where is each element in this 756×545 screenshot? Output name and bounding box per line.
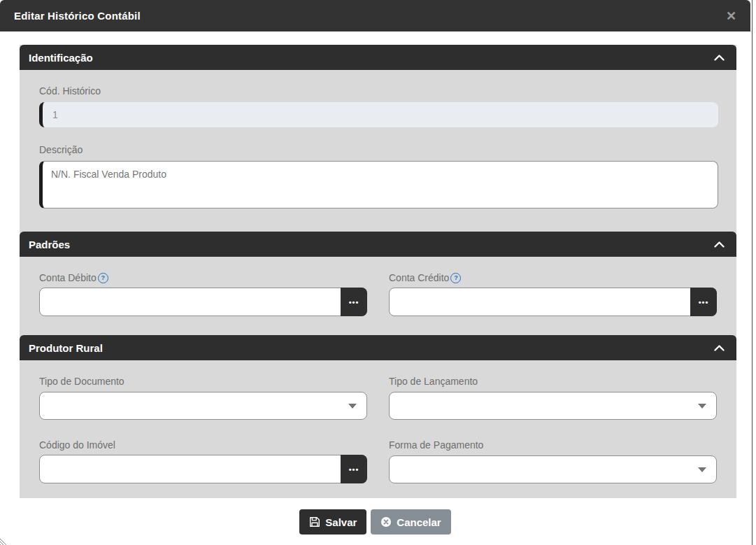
section-header-padroes[interactable]: Padrões xyxy=(20,232,736,257)
tipo-documento-field: Tipo de Documento xyxy=(39,376,367,420)
ellipsis-icon: ••• xyxy=(349,465,359,474)
conta-debito-field: Conta Débito ? ••• xyxy=(39,272,367,316)
floppy-disk-icon xyxy=(309,516,320,528)
modal-footer: Salvar Cancelar xyxy=(0,498,750,545)
tipo-lancamento-label: Tipo de Lançamento xyxy=(389,376,717,388)
conta-credito-lookup-button[interactable]: ••• xyxy=(690,288,717,316)
codigo-imovel-label: Código do Imóvel xyxy=(39,439,367,451)
conta-debito-input[interactable] xyxy=(39,288,367,316)
page-edge-line xyxy=(752,0,753,545)
modal-header: Editar Histórico Contábil ✕ xyxy=(0,0,750,31)
cod-historico-input xyxy=(39,102,718,127)
caret-down-icon xyxy=(698,404,706,409)
descricao-label: Descrição xyxy=(39,144,717,156)
tipo-documento-label: Tipo de Documento xyxy=(39,376,367,388)
modal-title: Editar Histórico Contábil xyxy=(14,10,141,22)
conta-debito-lookup-button[interactable]: ••• xyxy=(341,288,367,316)
conta-debito-label: Conta Débito ? xyxy=(39,272,367,284)
section-header-produtor-rural[interactable]: Produtor Rural xyxy=(20,335,736,360)
forma-pagamento-field: Forma de Pagamento xyxy=(389,439,717,483)
section-body-produtor-rural: Tipo de Documento Tipo de Lançamento xyxy=(20,360,736,497)
section-header-identificacao[interactable]: Identificação xyxy=(20,45,736,70)
tipo-documento-select[interactable] xyxy=(39,392,367,420)
cancel-button-label: Cancelar xyxy=(397,516,441,528)
chevron-up-icon[interactable] xyxy=(714,345,725,351)
save-button[interactable]: Salvar xyxy=(299,509,366,535)
conta-credito-label: Conta Crédito ? xyxy=(389,272,717,284)
codigo-imovel-input[interactable] xyxy=(39,455,367,483)
cancel-button[interactable]: Cancelar xyxy=(371,509,450,535)
ellipsis-icon: ••• xyxy=(699,298,709,306)
conta-credito-input[interactable] xyxy=(389,288,717,316)
tipo-lancamento-field: Tipo de Lançamento xyxy=(389,376,717,420)
chevron-up-icon[interactable] xyxy=(714,241,725,248)
help-icon[interactable]: ? xyxy=(98,273,108,283)
section-body-padroes: Conta Débito ? ••• Conta Crédito ? xyxy=(20,257,736,335)
edit-accounting-history-modal: Editar Histórico Contábil ✕ Identificaçã… xyxy=(0,0,750,545)
codigo-imovel-lookup-button[interactable]: ••• xyxy=(341,455,367,483)
section-body-identificacao: Cód. Histórico Descrição N/N. Fiscal Ven… xyxy=(20,70,736,232)
forma-pagamento-label: Forma de Pagamento xyxy=(389,439,717,451)
section-title-identificacao: Identificação xyxy=(29,52,93,64)
form-panel: Identificação Cód. Histórico Descrição N… xyxy=(20,45,736,498)
section-title-produtor-rural: Produtor Rural xyxy=(29,342,103,354)
ellipsis-icon: ••• xyxy=(349,298,359,306)
save-button-label: Salvar xyxy=(325,516,357,528)
cod-historico-label: Cód. Histórico xyxy=(39,85,717,97)
chevron-up-icon[interactable] xyxy=(714,55,725,61)
conta-credito-field: Conta Crédito ? ••• xyxy=(389,272,717,316)
caret-down-icon xyxy=(698,467,706,472)
forma-pagamento-select[interactable] xyxy=(389,455,717,483)
section-title-padroes: Padrões xyxy=(29,239,70,250)
tipo-lancamento-select[interactable] xyxy=(389,392,717,420)
descricao-textarea[interactable]: N/N. Fiscal Venda Produto xyxy=(39,161,718,208)
help-icon[interactable]: ? xyxy=(450,273,461,283)
codigo-imovel-field: Código do Imóvel ••• xyxy=(39,439,367,483)
close-icon[interactable]: ✕ xyxy=(726,10,736,22)
cancel-circle-icon xyxy=(380,516,392,528)
caret-down-icon xyxy=(348,404,357,409)
